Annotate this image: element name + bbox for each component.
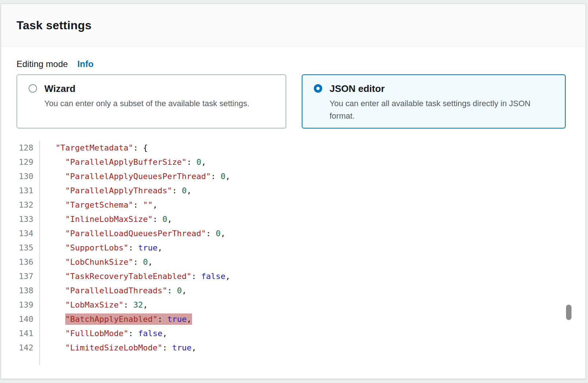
code-line: 131 "ParallelApplyThreads": 0,: [1, 183, 585, 198]
code-line: 139 "LobMaxSize": 32,: [1, 298, 585, 312]
line-number: 132: [1, 198, 40, 212]
tile-wizard[interactable]: Wizard You can enter only a subset of th…: [16, 74, 286, 129]
editing-mode-label: Editing mode: [16, 59, 68, 69]
info-link[interactable]: Info: [77, 59, 93, 69]
code-line: 135 "SupportLobs": true,: [1, 241, 585, 255]
code-line-content[interactable]: "ParallelApplyThreads": 0,: [40, 183, 191, 198]
code-line: 128 "TargetMetadata": {: [1, 141, 585, 155]
editing-mode-tiles: Wizard You can enter only a subset of th…: [16, 74, 585, 129]
json-editor-tile-text: JSON editor You can enter all available …: [330, 83, 555, 122]
code-line-content[interactable]: "InlineLobMaxSize": 0,: [40, 212, 172, 226]
line-number: 129: [1, 155, 40, 169]
code-line: 133 "InlineLobMaxSize": 0,: [1, 212, 585, 226]
wizard-description: You can enter only a subset of the avail…: [44, 97, 249, 110]
gutter-spacer-cell: [1, 355, 40, 365]
line-number: 140: [1, 312, 40, 326]
panel-header: Task settings: [1, 4, 585, 47]
json-editor-title: JSON editor: [330, 83, 555, 94]
json-code-editor: 128 "TargetMetadata": {129 "ParallelAppl…: [1, 141, 585, 365]
code-line-content[interactable]: "TargetSchema": "",: [40, 198, 158, 212]
line-number: 137: [1, 269, 40, 283]
line-number: 135: [1, 241, 40, 255]
panel-body: Editing mode Info Wizard You can enter o…: [1, 47, 585, 365]
line-number: 136: [1, 255, 40, 269]
code-line-content[interactable]: "ParallelApplyBufferSize": 0,: [40, 155, 206, 169]
line-number: 138: [1, 283, 40, 298]
highlighted-code: "BatchApplyEnabled": true,: [65, 313, 192, 325]
code-line: 141 "FullLobMode": false,: [1, 326, 585, 341]
code-line: 138 "ParallelLoadThreads": 0,: [1, 283, 585, 298]
code-line: 142 "LimitedSizeLobMode": true,: [1, 341, 585, 355]
code-line-content[interactable]: "ParallelApplyQueuesPerThread": 0,: [40, 169, 230, 183]
gutter-spacer: [1, 355, 585, 365]
json-editor-description: You can enter all available task setting…: [330, 97, 555, 122]
task-settings-panel: Task settings Editing mode Info Wizard Y…: [1, 4, 586, 379]
line-number: 131: [1, 183, 40, 198]
wizard-tile-text: Wizard You can enter only a subset of th…: [44, 83, 249, 110]
code-line: 137 "TaskRecoveryTableEnabled": false,: [1, 269, 585, 283]
code-line: 130 "ParallelApplyQueuesPerThread": 0,: [1, 169, 585, 183]
line-number: 133: [1, 212, 40, 226]
code-line-content[interactable]: "BatchApplyEnabled": true,: [40, 312, 192, 326]
code-line: 134 "ParallelLoadQueuesPerThread": 0,: [1, 226, 585, 241]
tile-json-editor[interactable]: JSON editor You can enter all available …: [302, 74, 566, 129]
line-number: 141: [1, 326, 40, 341]
code-line-content[interactable]: "LimitedSizeLobMode": true,: [40, 341, 196, 355]
code-line-content[interactable]: "TargetMetadata": {: [40, 141, 148, 155]
scrollbar-thumb[interactable]: [566, 305, 572, 320]
wizard-radio-button[interactable]: [29, 84, 37, 93]
editing-mode-row: Editing mode Info: [16, 59, 585, 69]
code-line-content[interactable]: "ParallelLoadQueuesPerThread": 0,: [40, 226, 225, 241]
code-line: 140 "BatchApplyEnabled": true,: [1, 312, 585, 326]
line-number: 128: [1, 141, 40, 155]
code-line-content[interactable]: "TaskRecoveryTableEnabled": false,: [40, 269, 230, 283]
code-line: 132 "TargetSchema": "",: [1, 198, 585, 212]
line-number: 139: [1, 298, 40, 312]
line-number: 134: [1, 226, 40, 241]
code-line-content[interactable]: "LobChunkSize": 0,: [40, 255, 152, 269]
line-number: 142: [1, 341, 40, 355]
code-line: 129 "ParallelApplyBufferSize": 0,: [1, 155, 585, 169]
code-line-content[interactable]: "SupportLobs": true,: [40, 241, 162, 255]
wizard-title: Wizard: [44, 83, 249, 94]
code-line-content[interactable]: "FullLobMode": false,: [40, 326, 167, 341]
page-background: { "panel": { "title": "Task settings" },…: [0, 0, 588, 383]
line-number: 130: [1, 169, 40, 183]
json-editor-radio-button[interactable]: [314, 84, 322, 93]
code-lines: 128 "TargetMetadata": {129 "ParallelAppl…: [1, 141, 585, 365]
code-line-content[interactable]: "ParallelLoadThreads": 0,: [40, 283, 187, 298]
code-line-content[interactable]: "LobMaxSize": 32,: [40, 298, 148, 312]
panel-title: Task settings: [16, 19, 92, 32]
code-line: 136 "LobChunkSize": 0,: [1, 255, 585, 269]
